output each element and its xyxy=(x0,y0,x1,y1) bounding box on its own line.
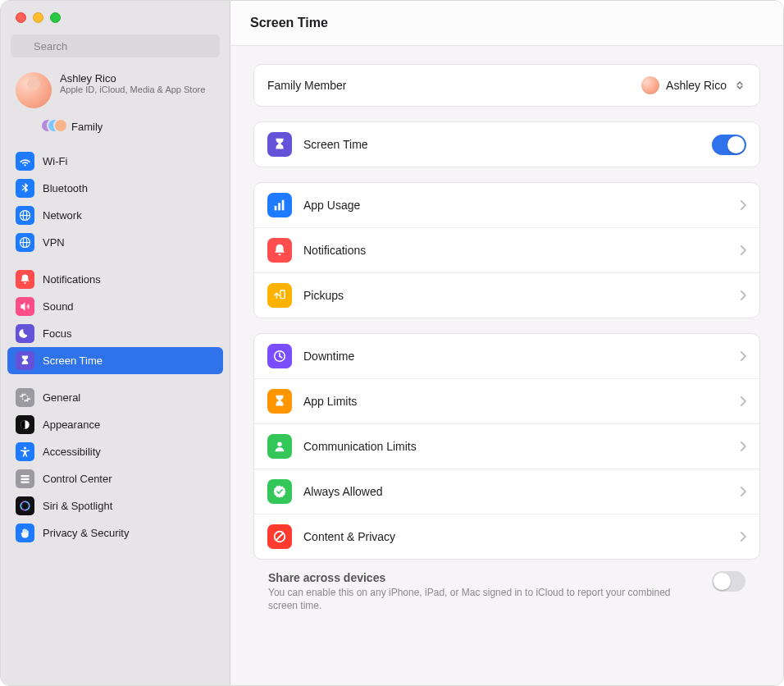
share-description: You can enable this on any iPhone, iPad,… xyxy=(268,586,686,612)
titlebar: Screen Time xyxy=(230,1,783,46)
sidebar: Ashley Rico Apple ID, iCloud, Media & Ap… xyxy=(1,1,230,685)
sidebar-item-screen-time[interactable]: Screen Time xyxy=(7,347,223,374)
wifi-icon xyxy=(16,152,34,171)
settings-row-always-allowed[interactable]: Always Allowed xyxy=(254,469,759,514)
hourglass-icon xyxy=(267,132,292,157)
bluetooth-icon xyxy=(16,179,34,198)
family-member-popup[interactable]: Ashley Rico xyxy=(641,76,746,94)
sidebar-item-label: Family xyxy=(71,121,103,133)
chevron-right-icon xyxy=(740,396,746,406)
pickups-icon xyxy=(267,283,292,308)
hourglass-icon xyxy=(16,351,34,370)
vpn-icon xyxy=(16,233,34,252)
share-across-devices-row: Share across devices You can enable this… xyxy=(253,560,760,617)
popup-arrows-icon xyxy=(733,79,746,92)
family-member-label: Family Member xyxy=(267,79,630,92)
sidebar-item-label: Notifications xyxy=(43,273,101,286)
svg-line-22 xyxy=(276,533,284,541)
settings-row-label: Pickups xyxy=(303,289,728,302)
sidebar-item-label: Wi-Fi xyxy=(43,155,67,167)
screen-time-label: Screen Time xyxy=(303,138,700,151)
sidebar-item-label: Network xyxy=(43,209,82,222)
chevron-right-icon xyxy=(740,441,746,451)
svg-rect-15 xyxy=(275,206,277,210)
screen-time-toggle[interactable] xyxy=(712,135,746,155)
sidebar-item-label: Focus xyxy=(43,327,71,340)
sidebar-item-control-center[interactable]: Control Center xyxy=(7,465,223,492)
settings-row-downtime[interactable]: Downtime xyxy=(254,334,759,378)
chevron-right-icon xyxy=(740,245,746,255)
network-icon xyxy=(16,206,34,225)
content-scroll[interactable]: Family Member Ashley Rico xyxy=(230,46,783,685)
close-window-button[interactable] xyxy=(16,12,26,23)
sidebar-item-notifications[interactable]: Notifications xyxy=(7,266,223,293)
sidebar-item-label: Appearance xyxy=(43,418,100,431)
sidebar-item-accessibility[interactable]: Accessibility xyxy=(7,438,223,465)
sidebar-nav: Wi-FiBluetoothNetworkVPN NotificationsSo… xyxy=(1,143,230,551)
moon-icon xyxy=(16,324,34,343)
family-member-row[interactable]: Family Member Ashley Rico xyxy=(254,65,759,106)
search-input[interactable] xyxy=(11,34,220,57)
share-title: Share across devices xyxy=(268,571,686,584)
svg-rect-17 xyxy=(282,200,285,211)
settings-row-content-privacy[interactable]: Content & Privacy xyxy=(254,514,759,559)
zoom-window-button[interactable] xyxy=(50,12,61,23)
apple-id-account[interactable]: Ashley Rico Apple ID, iCloud, Media & Ap… xyxy=(1,67,230,115)
svg-point-20 xyxy=(277,442,281,446)
share-across-devices-toggle[interactable] xyxy=(712,571,745,592)
screen-time-toggle-row: Screen Time xyxy=(254,122,759,167)
hand-icon xyxy=(16,524,34,542)
sidebar-item-family[interactable]: Family xyxy=(1,115,230,143)
sidebar-item-privacy-security[interactable]: Privacy & Security xyxy=(7,519,223,547)
sidebar-item-vpn[interactable]: VPN xyxy=(7,229,223,256)
settings-row-pickups[interactable]: Pickups xyxy=(254,272,759,318)
bell-icon xyxy=(16,270,34,289)
family-member-value: Ashley Rico xyxy=(666,79,727,92)
page-title: Screen Time xyxy=(250,16,328,30)
minimize-window-button[interactable] xyxy=(33,12,43,23)
sidebar-item-label: Screen Time xyxy=(43,354,103,367)
svg-rect-12 xyxy=(21,482,30,483)
chevron-right-icon xyxy=(740,351,746,361)
sidebar-item-bluetooth[interactable]: Bluetooth xyxy=(7,175,223,202)
sidebar-item-label: Bluetooth xyxy=(43,182,88,194)
gear-icon xyxy=(16,388,34,407)
settings-row-label: App Limits xyxy=(303,395,728,408)
chevron-right-icon xyxy=(740,200,746,210)
accessibility-icon xyxy=(16,442,34,461)
sidebar-item-appearance[interactable]: Appearance xyxy=(7,411,223,438)
settings-row-label: App Usage xyxy=(303,199,728,212)
settings-row-label: Downtime xyxy=(303,350,728,363)
settings-row-label: Communication Limits xyxy=(303,440,728,453)
family-icon xyxy=(40,118,63,135)
account-name: Ashley Rico xyxy=(60,72,205,85)
sidebar-item-wi-fi[interactable]: Wi-Fi xyxy=(7,148,223,175)
hourglass-icon xyxy=(267,389,292,414)
settings-row-app-limits[interactable]: App Limits xyxy=(254,378,759,423)
sidebar-item-label: General xyxy=(43,391,80,404)
sidebar-item-network[interactable]: Network xyxy=(7,202,223,229)
check-icon xyxy=(267,479,292,504)
chart-icon xyxy=(267,193,292,217)
account-subtitle: Apple ID, iCloud, Media & App Store xyxy=(60,85,205,96)
sidebar-item-general[interactable]: General xyxy=(7,384,223,411)
sidebar-item-siri-spotlight[interactable]: Siri & Spotlight xyxy=(7,492,223,519)
sound-icon xyxy=(16,297,34,316)
settings-row-label: Always Allowed xyxy=(303,485,728,498)
svg-point-9 xyxy=(24,447,26,450)
sidebar-item-sound[interactable]: Sound xyxy=(7,293,223,320)
svg-rect-16 xyxy=(278,203,280,210)
bell-icon xyxy=(267,238,292,263)
sidebar-item-label: Sound xyxy=(43,300,74,313)
settings-row-communication-limits[interactable]: Communication Limits xyxy=(254,423,759,469)
settings-row-notifications[interactable]: Notifications xyxy=(254,227,759,272)
sidebar-item-label: Siri & Spotlight xyxy=(43,500,112,512)
sidebar-item-focus[interactable]: Focus xyxy=(7,320,223,347)
sidebar-item-label: Privacy & Security xyxy=(43,527,129,539)
clock-icon xyxy=(267,344,292,368)
person-icon xyxy=(267,434,292,459)
sidebar-item-label: Control Center xyxy=(43,473,112,485)
main-panel: Screen Time Family Member Ashley Rico xyxy=(230,1,783,685)
settings-row-app-usage[interactable]: App Usage xyxy=(254,183,759,227)
sliders-icon xyxy=(16,469,34,488)
